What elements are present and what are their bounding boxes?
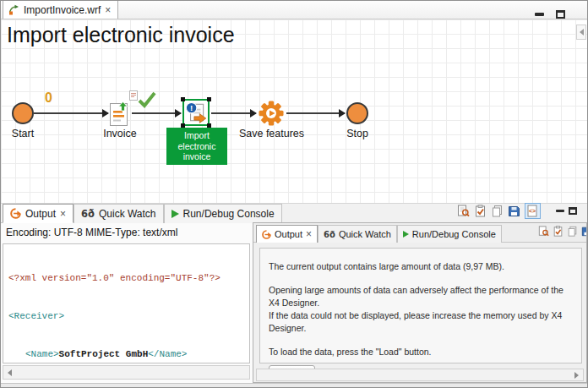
output-icon (262, 230, 271, 239)
copy-pages-icon[interactable] (567, 226, 578, 237)
encoding-info: Encoding: UTF-8 MIME-Type: text/xml (6, 227, 177, 238)
editor-tab-importinvoice[interactable]: ImportInvoice.wrf × (3, 0, 118, 19)
edge-start-invoice[interactable] (34, 112, 108, 114)
run-icon (403, 231, 409, 238)
edge-save-stop[interactable] (286, 112, 345, 114)
edge-invoice-import[interactable] (132, 112, 181, 114)
tab-output-label: Output (25, 208, 56, 220)
maximize-icon[interactable] (556, 10, 565, 19)
editor-tab-bar: ImportInvoice.wrf × (1, 1, 587, 19)
tab-quick-watch-inner[interactable]: 6ð Quick Watch (318, 225, 397, 243)
panel-maximize-icon[interactable] (569, 207, 577, 215)
panel-minimize-icon[interactable] (556, 210, 564, 212)
import-service-icon: ! (184, 101, 208, 124)
view-source-icon[interactable]: <> (525, 203, 541, 219)
collapse-panel-arrow[interactable] (576, 25, 586, 40)
validation-check-icon (138, 91, 156, 108)
node-save-features-label: Save features (236, 128, 308, 139)
editor-window-buttons (535, 10, 587, 19)
close-tab-icon[interactable]: × (105, 6, 111, 14)
node-stop-label: Stop (337, 128, 378, 139)
xml-declaration: <?xml version="1.0" encoding="UTF-8"?> (8, 273, 220, 283)
node-stop[interactable] (346, 102, 368, 124)
x4-designer-window: ImportInvoice.wrf × Import electronic in… (0, 0, 588, 388)
search-output-icon[interactable] (457, 205, 470, 217)
output-icon (10, 208, 21, 219)
xml-root-open: <Receiver> (8, 311, 64, 321)
validate-clipboard-icon[interactable] (553, 226, 564, 237)
svg-text:!: ! (190, 103, 193, 112)
file-status-icon (129, 90, 138, 101)
message-line-1: The current output contains large amount… (269, 260, 573, 273)
bottom-panel-tab-bar: Output × 6ð Quick Watch Run/Debug Consol… (1, 203, 587, 223)
close-output-tab-icon[interactable]: × (306, 230, 312, 238)
save-output-icon[interactable] (581, 226, 587, 237)
quick-watch-glasses-icon: 6ð (324, 230, 335, 239)
output-detached-window: Output × 6ð Quick Watch Run/Debug Consol… (253, 222, 587, 383)
node-import-label: Import electronic invoice (166, 128, 227, 165)
node-save-features[interactable] (259, 101, 284, 126)
edge-import-save[interactable] (211, 112, 256, 114)
search-output-icon[interactable] (538, 226, 549, 237)
tab-console-label: Run/Debug Console (183, 208, 275, 220)
xml-horizontal-scrollbar[interactable] (3, 365, 250, 380)
xml-source-view[interactable]: <?xml version="1.0" encoding="UTF-8"?> <… (3, 243, 250, 363)
node-start-label: Start (3, 128, 43, 139)
editor-tab-label: ImportInvoice.wrf (24, 4, 101, 16)
tab-run-debug-console[interactable]: Run/Debug Console (164, 204, 282, 223)
output-horizontal-scrollbar[interactable] (256, 369, 584, 381)
workflow-canvas[interactable]: Import electronic invoice 0 Start Invoic… (1, 19, 587, 203)
output-window-toolbar (538, 226, 587, 237)
output-window-tab-bar: Output × 6ð Quick Watch Run/Debug Consol… (253, 223, 586, 243)
node-invoice[interactable] (109, 100, 131, 127)
svg-text:<>: <> (529, 208, 536, 214)
copy-pages-icon[interactable] (491, 205, 504, 217)
window-bottom-strip (1, 383, 587, 388)
save-output-icon[interactable] (508, 205, 520, 217)
tab-quick-watch-label: Quick Watch (99, 208, 156, 220)
node-start[interactable] (12, 102, 34, 124)
tab-quick-watch[interactable]: 6ð Quick Watch (74, 204, 163, 223)
message-line-2: Opening large amounts of data can advers… (269, 284, 573, 309)
close-output-tab-icon[interactable]: × (60, 210, 66, 218)
output-xml-pane: Encoding: UTF-8 MIME-Type: text/xml <?xm… (1, 223, 253, 383)
tab-run-debug-console-inner[interactable]: Run/Debug Console (397, 225, 502, 243)
validate-clipboard-icon[interactable] (474, 205, 487, 217)
tab-output[interactable]: Output × (3, 204, 74, 223)
message-line-4: To load the data, press the "Load" butto… (269, 346, 573, 358)
workflow-title: Import electronic invoice (7, 23, 235, 47)
node-invoice-label: Invoice (99, 128, 141, 139)
message-line-3: If the data could not be displayed, plea… (269, 309, 573, 335)
tab-output-inner[interactable]: Output × (256, 225, 318, 243)
run-icon (172, 210, 179, 218)
output-toolbar: <> (457, 203, 587, 222)
minimize-icon[interactable] (535, 13, 544, 16)
node-import-electronic-invoice[interactable]: ! (182, 99, 210, 126)
edge-counter-badge: 0 (45, 90, 52, 106)
workflow-file-icon (8, 4, 19, 15)
large-output-message: The current output contains large amount… (259, 248, 582, 363)
quick-watch-glasses-icon: 6ð (81, 208, 95, 220)
